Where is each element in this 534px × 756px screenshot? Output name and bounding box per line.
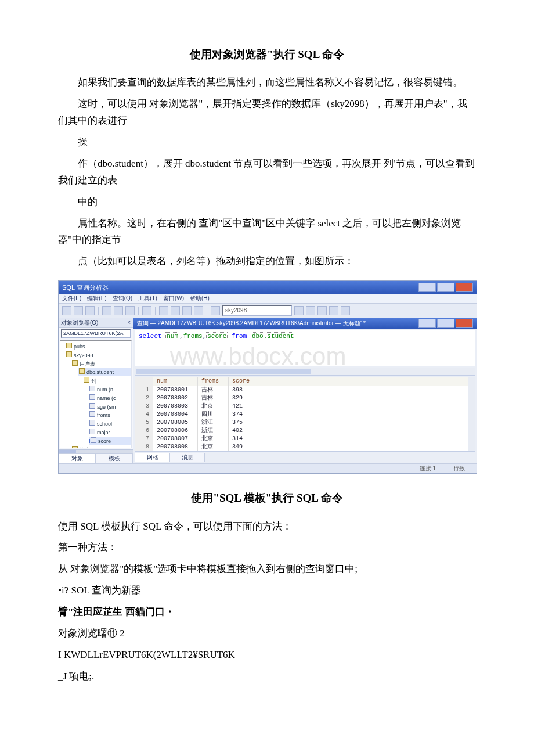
database-select[interactable]: sky2098 bbox=[222, 305, 292, 316]
para-15: _J 项电;. bbox=[58, 668, 476, 685]
col-header[interactable]: score bbox=[229, 377, 259, 386]
table-row[interactable]: 7200708007北京314 bbox=[135, 435, 468, 443]
document-page: 使用对象浏览器"执行 SQL 命令 如果我们要查询的数据库表的某些属性列，而这些… bbox=[0, 0, 534, 713]
window-titlebar[interactable]: SQL 查询分析器 bbox=[59, 281, 477, 294]
tree-column[interactable]: num (n bbox=[89, 385, 131, 394]
table-row[interactable]: 1200708001吉林398 bbox=[135, 386, 468, 394]
db-icon[interactable] bbox=[211, 306, 220, 315]
check-icon[interactable] bbox=[182, 306, 192, 315]
tree-node-usertables[interactable]: 用户表 bbox=[72, 359, 131, 368]
para-6: 属性名称。这时，在右侧的 查询"区中查询"区中关键字 select 之后，可以把… bbox=[58, 215, 476, 249]
tree-column[interactable]: name (c bbox=[89, 394, 131, 402]
stop-icon[interactable] bbox=[171, 306, 180, 315]
window-icon[interactable] bbox=[329, 306, 338, 315]
menubar[interactable]: 文件(E) 编辑(E) 查询(Q) 工具(T) 窗口(W) 帮助(H) bbox=[59, 294, 477, 304]
tree-column[interactable]: age (sm bbox=[89, 402, 131, 411]
toolbar-separator bbox=[138, 307, 139, 315]
para-3: 操 bbox=[58, 134, 476, 151]
minimize-icon[interactable] bbox=[418, 283, 436, 292]
table-row[interactable]: 6200708006浙江402 bbox=[135, 427, 468, 435]
execute-icon[interactable] bbox=[159, 306, 168, 315]
table-row[interactable]: 3200708003北京421 bbox=[135, 402, 468, 411]
tree-column[interactable]: score bbox=[89, 437, 131, 445]
para-2: 这时，可以使用 对象浏览器"，展开指定要操作的数据库（sky2098），再展开用… bbox=[58, 96, 476, 129]
document-titlebar[interactable]: 查询 — 2AMDL17ZWBRUT6K.sky2098.2AMDL17ZWBR… bbox=[134, 318, 477, 329]
doc-close-icon[interactable] bbox=[456, 319, 473, 328]
maximize-icon[interactable] bbox=[437, 283, 454, 292]
tree-node-db[interactable]: sky2098 bbox=[66, 351, 131, 359]
undo-icon[interactable] bbox=[142, 306, 151, 315]
results-scrollbar[interactable] bbox=[468, 377, 475, 451]
col-header[interactable]: num bbox=[153, 377, 198, 386]
editor-scrollbar[interactable] bbox=[135, 368, 475, 376]
doc-minimize-icon[interactable] bbox=[418, 319, 436, 328]
grid-icon[interactable] bbox=[294, 306, 304, 315]
para-1: 如果我们要查询的数据库表的某些属性列，而这些属性名称又不容易记忆，很容易键错。 bbox=[58, 74, 476, 91]
connection-select[interactable]: 2AMDL17ZWBRUT6K(2A bbox=[61, 329, 131, 338]
tab-messages[interactable]: 消息 bbox=[170, 453, 205, 462]
status-rows: 行数 bbox=[453, 465, 465, 472]
object-browser-tabs: 对象 模板 bbox=[59, 453, 133, 463]
play-icon[interactable] bbox=[194, 306, 203, 315]
menu-tools[interactable]: 工具(T) bbox=[138, 295, 157, 302]
editor-pane: 查询 — 2AMDL17ZWBRUT6K.sky2098.2AMDL17ZWBR… bbox=[134, 318, 477, 463]
heading-object-browser: 使用对象浏览器"执行 SQL 命令 bbox=[58, 45, 476, 64]
menu-help[interactable]: 帮助(H) bbox=[190, 295, 210, 302]
table-row[interactable]: 2200708002吉林329 bbox=[135, 394, 468, 402]
close-pane-icon[interactable]: × bbox=[127, 319, 131, 326]
toolbar: sky2098 bbox=[59, 304, 477, 318]
table-row[interactable]: 4200708004四川374 bbox=[135, 411, 468, 419]
close-icon[interactable] bbox=[456, 283, 473, 292]
save-icon[interactable] bbox=[74, 306, 83, 315]
col-header[interactable]: froms bbox=[198, 377, 229, 386]
menu-file[interactable]: 文件(E) bbox=[62, 295, 81, 302]
window-title: SQL 查询分析器 bbox=[62, 284, 109, 291]
table-row[interactable]: 8200708008北京349 bbox=[135, 443, 468, 451]
menu-query[interactable]: 查询(Q) bbox=[113, 295, 132, 302]
para-13: 对象浏览曙⑪ 2 bbox=[58, 625, 476, 642]
cut-icon[interactable] bbox=[102, 306, 111, 315]
tree-scrollbar[interactable] bbox=[59, 449, 133, 453]
para-7: 点（比如可以是表名，列名等）拖动到指定的位置，如图所示： bbox=[58, 253, 476, 270]
para-8: 使用 SQL 模板执行 SQL 命令，可以使用下面的方法： bbox=[58, 519, 476, 535]
folder-icon[interactable] bbox=[85, 306, 95, 315]
statusbar: 连接:1 行数 bbox=[59, 463, 477, 473]
watermark: www.bdocx.com bbox=[170, 342, 346, 366]
para-11: •i? SOL 查询为新器 bbox=[58, 582, 476, 599]
object-browser-title: 对象浏览器(O) bbox=[61, 319, 98, 326]
object-browser-header: 对象浏览器(O) × bbox=[59, 318, 133, 328]
paste-icon[interactable] bbox=[125, 306, 135, 315]
app-window: SQL 查询分析器 文件(E) 编辑(E) 查询(Q) 工具(T) 窗口(W) … bbox=[58, 280, 477, 474]
tree-column[interactable]: school bbox=[89, 419, 131, 428]
copy-icon[interactable] bbox=[114, 306, 123, 315]
para-9: 第一种方法： bbox=[58, 539, 476, 556]
tab-grid[interactable]: 网格 bbox=[135, 453, 170, 462]
menu-window[interactable]: 窗口(W) bbox=[163, 295, 184, 302]
client-area: 对象浏览器(O) × 2AMDL17ZWBRUT6K(2A pubs sky20… bbox=[59, 318, 477, 463]
config-icon[interactable] bbox=[317, 306, 327, 315]
object-tree[interactable]: pubs sky2098 用户表 dbo.student 列 num (n bbox=[60, 340, 132, 448]
tab-objects[interactable]: 对象 bbox=[59, 454, 96, 463]
grid-header: num froms score bbox=[135, 377, 468, 386]
para-10: 从 对象浏览器"的模板"选项卡中将模板直接拖入到右侧的查询窗口中; bbox=[58, 561, 476, 578]
tree-node-columns[interactable]: 列 bbox=[84, 376, 131, 385]
status-connections: 连接:1 bbox=[420, 465, 436, 472]
tree-column[interactable]: major bbox=[89, 428, 131, 437]
tree-node-db[interactable]: pubs bbox=[66, 342, 131, 351]
doc-maximize-icon[interactable] bbox=[437, 319, 454, 328]
help-icon[interactable] bbox=[341, 306, 350, 315]
sql-text[interactable]: select num,froms,score from dbo.student bbox=[135, 330, 475, 343]
tab-templates[interactable]: 模板 bbox=[96, 454, 133, 463]
tree-column[interactable]: froms bbox=[89, 411, 131, 419]
open-icon[interactable] bbox=[62, 306, 71, 315]
toolbar-separator bbox=[155, 307, 156, 315]
menu-edit[interactable]: 编辑(E) bbox=[87, 295, 106, 302]
text-icon[interactable] bbox=[306, 306, 315, 315]
sql-editor[interactable]: select num,froms,score from dbo.student … bbox=[135, 330, 475, 366]
tree-node-table[interactable]: dbo.student bbox=[78, 368, 131, 376]
database-select-value: sky2098 bbox=[225, 307, 247, 314]
para-5: 中的 bbox=[58, 194, 476, 211]
table-row[interactable]: 5200708005浙江375 bbox=[135, 419, 468, 427]
tree-node[interactable]: 约束 bbox=[72, 445, 131, 449]
grid[interactable]: num froms score 1200708001吉林398220070800… bbox=[135, 377, 468, 451]
